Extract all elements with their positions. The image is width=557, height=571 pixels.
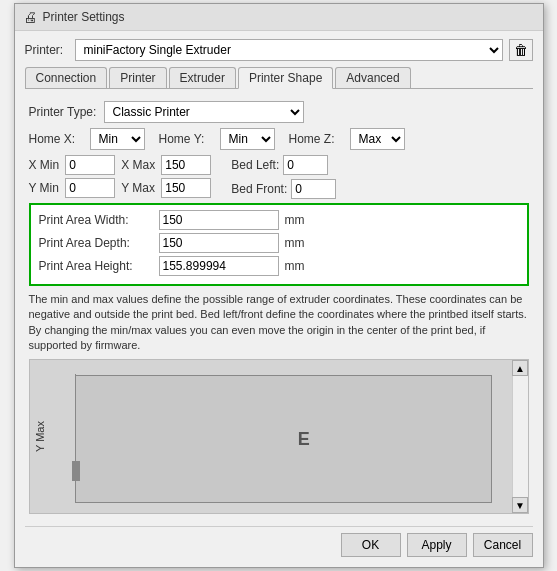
printer-type-row: Printer Type: Classic Printer <box>29 101 529 123</box>
xmax-input[interactable] <box>161 155 211 175</box>
window-title: Printer Settings <box>43 10 125 24</box>
xmin-label: X Min <box>29 158 60 172</box>
cancel-button[interactable]: Cancel <box>473 533 533 557</box>
depth-unit: mm <box>285 236 305 250</box>
ymax-label: Y Max <box>121 181 155 195</box>
printer-row: Printer: miniFactory Single Extruder 🗑 <box>25 39 533 61</box>
print-area-section: Print Area Width: mm Print Area Depth: m… <box>29 203 529 286</box>
home-x-label: Home X: <box>29 132 84 146</box>
button-row: OK Apply Cancel <box>25 526 533 559</box>
e-label: E <box>298 429 310 450</box>
delete-printer-button[interactable]: 🗑 <box>509 39 533 61</box>
tab-printer[interactable]: Printer <box>109 67 166 88</box>
home-row: Home X: Min Home Y: Min Home Z: Max <box>29 128 529 150</box>
origin-marker <box>72 461 80 481</box>
bed-left-label: Bed Left: <box>231 158 279 172</box>
bed-front-label: Bed Front: <box>231 182 287 196</box>
bed-left-input[interactable] <box>283 155 328 175</box>
info-text: The min and max values define the possib… <box>29 292 529 354</box>
printer-select[interactable]: miniFactory Single Extruder <box>75 39 503 61</box>
tab-extruder[interactable]: Extruder <box>169 67 236 88</box>
top-tick <box>75 374 76 380</box>
apply-button[interactable]: Apply <box>407 533 467 557</box>
print-area-width-row: Print Area Width: mm <box>39 210 519 230</box>
title-bar: 🖨 Printer Settings <box>15 4 543 31</box>
home-x-select[interactable]: Min <box>90 128 145 150</box>
home-y-label: Home Y: <box>159 132 214 146</box>
tab-content-printer-shape: Printer Type: Classic Printer Home X: Mi… <box>25 95 533 527</box>
ymin-input[interactable] <box>65 178 115 198</box>
printer-settings-window: 🖨 Printer Settings Printer: miniFactory … <box>14 3 544 569</box>
tab-connection[interactable]: Connection <box>25 67 108 88</box>
tab-advanced[interactable]: Advanced <box>335 67 410 88</box>
scroll-up-button[interactable]: ▲ <box>512 360 528 376</box>
height-unit: mm <box>285 259 305 273</box>
xmax-label: X Max <box>121 158 155 172</box>
xmin-input[interactable] <box>65 155 115 175</box>
tab-bar: Connection Printer Extruder Printer Shap… <box>25 67 533 89</box>
bed-front-row: Bed Front: <box>231 179 336 199</box>
coords-section: X Min X Max Y Min Y Max Bed Left: Bed <box>29 155 529 199</box>
print-area-depth-row: Print Area Depth: mm <box>39 233 519 253</box>
ok-button[interactable]: OK <box>341 533 401 557</box>
bed-front-input[interactable] <box>291 179 336 199</box>
print-area-depth-label: Print Area Depth: <box>39 236 159 250</box>
printer-type-label: Printer Type: <box>29 105 104 119</box>
ymax-input[interactable] <box>161 178 211 198</box>
tab-printer-shape[interactable]: Printer Shape <box>238 67 333 89</box>
preview-area: Y Max E ▲ ▼ <box>29 359 529 514</box>
print-area-width-input[interactable] <box>159 210 279 230</box>
printer-type-select[interactable]: Classic Printer <box>104 101 304 123</box>
print-area-depth-input[interactable] <box>159 233 279 253</box>
bed-rectangle: E <box>75 375 492 503</box>
home-z-label: Home Z: <box>289 132 344 146</box>
scroll-down-button[interactable]: ▼ <box>512 497 528 513</box>
printer-field-label: Printer: <box>25 43 75 57</box>
print-area-height-label: Print Area Height: <box>39 259 159 273</box>
bed-left-row: Bed Left: <box>231 155 336 175</box>
minmax-grid: X Min X Max Y Min Y Max <box>29 155 212 199</box>
scroll-track[interactable] <box>513 376 528 497</box>
print-area-height-input[interactable] <box>159 256 279 276</box>
preview-inner: E <box>50 360 512 513</box>
width-unit: mm <box>285 213 305 227</box>
bed-section: Bed Left: Bed Front: <box>231 155 336 199</box>
print-area-width-label: Print Area Width: <box>39 213 159 227</box>
vertical-scrollbar[interactable]: ▲ ▼ <box>512 360 528 513</box>
home-z-select[interactable]: Max <box>350 128 405 150</box>
home-y-select[interactable]: Min <box>220 128 275 150</box>
printer-icon: 🖨 <box>23 9 37 25</box>
print-area-height-row: Print Area Height: mm <box>39 256 519 276</box>
y-axis-label: Y Max <box>30 360 50 513</box>
ymin-label: Y Min <box>29 181 60 195</box>
